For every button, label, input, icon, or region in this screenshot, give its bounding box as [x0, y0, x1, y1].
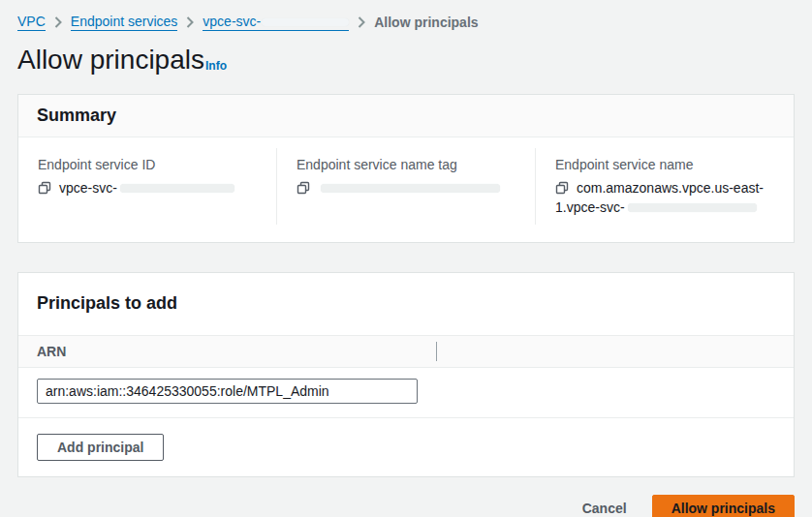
- chevron-right-icon: [54, 16, 62, 28]
- page-title: Allow principalsInfo: [17, 44, 795, 81]
- summary-field-endpoint-service-name-tag: Endpoint service name tag: [276, 148, 535, 225]
- breadcrumb-service-id-prefix: vpce-svc-: [203, 14, 261, 29]
- arn-table-header: ARN: [18, 335, 794, 368]
- summary-field-endpoint-service-name: Endpoint service name com.amazonaws.vpce…: [535, 148, 794, 225]
- field-label: Endpoint service name tag: [297, 156, 515, 173]
- breadcrumb-link-endpoint-services[interactable]: Endpoint services: [71, 13, 178, 31]
- copy-icon[interactable]: [555, 181, 569, 195]
- page: VPC Endpoint services vpce-svc- Allow pr…: [0, 0, 812, 517]
- info-link[interactable]: Info: [205, 59, 227, 73]
- field-label: Endpoint service name: [555, 156, 774, 173]
- field-value: [297, 178, 515, 198]
- breadcrumb-link-endpoint-service-id[interactable]: vpce-svc-: [203, 13, 349, 31]
- footer-actions: Cancel Allow principals: [17, 495, 795, 517]
- arn-input[interactable]: [37, 379, 418, 404]
- field-label: Endpoint service ID: [38, 156, 257, 173]
- field-value: com.amazonaws.vpce.us-east-1.vpce-svc-: [555, 178, 774, 217]
- arn-input-row: [18, 368, 794, 418]
- breadcrumb-link-vpc[interactable]: VPC: [17, 13, 46, 31]
- add-principal-button[interactable]: Add principal: [37, 434, 164, 461]
- redacted-text: [120, 184, 234, 193]
- summary-card: Summary Endpoint service ID vpce-svc- En…: [17, 94, 795, 243]
- summary-card-header: Summary: [18, 95, 794, 137]
- chevron-right-icon: [358, 16, 365, 28]
- allow-principals-button[interactable]: Allow principals: [652, 495, 795, 517]
- redacted-text: [321, 184, 500, 193]
- copy-icon[interactable]: [38, 181, 51, 195]
- redacted-text: [262, 18, 349, 26]
- field-value: vpce-svc-: [38, 178, 257, 198]
- summary-field-endpoint-service-id: Endpoint service ID vpce-svc-: [18, 148, 276, 225]
- breadcrumb: VPC Endpoint services vpce-svc- Allow pr…: [17, 0, 795, 31]
- principals-card: Principals to add ARN Add principal: [17, 272, 795, 477]
- summary-card-body: Endpoint service ID vpce-svc- Endpoint s…: [18, 137, 794, 242]
- redacted-text: [628, 203, 757, 212]
- field-value-text: vpce-svc-: [59, 180, 117, 196]
- column-header-arn: ARN: [37, 344, 66, 359]
- page-title-text: Allow principals: [17, 45, 204, 75]
- cancel-button[interactable]: Cancel: [582, 501, 627, 516]
- principals-card-header: Principals to add: [18, 273, 794, 335]
- column-resize-handle[interactable]: [436, 342, 437, 361]
- add-principal-row: Add principal: [18, 418, 794, 476]
- breadcrumb-current-page: Allow principals: [374, 14, 478, 31]
- copy-icon[interactable]: [297, 181, 310, 195]
- chevron-right-icon: [186, 16, 194, 28]
